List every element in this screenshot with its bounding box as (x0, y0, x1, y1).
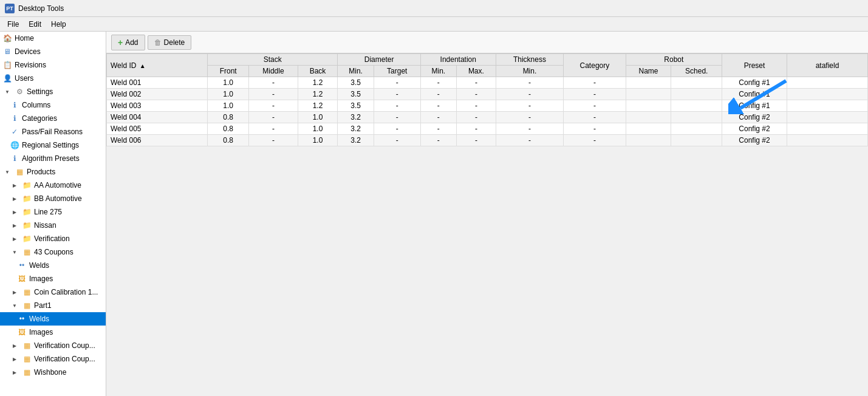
th-robot-name[interactable]: Name (626, 66, 671, 77)
sidebar-item-products[interactable]: ▼ ▦ Products (0, 165, 106, 179)
th-preset[interactable]: Preset (722, 54, 787, 77)
menu-help[interactable]: Help (46, 19, 71, 30)
th-stack-middle[interactable]: Middle (249, 66, 298, 77)
table-cell: - (374, 100, 420, 112)
th-robot-sched[interactable]: Sched. (671, 66, 722, 77)
expand-icon-settings: ▼ (2, 87, 12, 97)
sidebar-item-users[interactable]: 👤 Users (0, 72, 106, 85)
table-cell: - (420, 100, 456, 112)
sidebar-item-settings[interactable]: ▼ ⚙ Settings (0, 85, 106, 98)
sidebar-label-passfail: Pass/Fail Reasons (22, 128, 83, 136)
table-cell: - (249, 135, 298, 146)
globe-icon: 🌐 (10, 140, 19, 150)
expand-icon-aa: ▶ (10, 180, 19, 190)
welds-table: Weld ID ▲ Stack Diameter Indentation (106, 53, 868, 146)
menu-file[interactable]: File (2, 19, 24, 30)
expand-icon-43c: ▼ (10, 247, 19, 257)
folder-icon-verif: 📁 (22, 234, 32, 244)
table-cell: Weld 006 (107, 135, 208, 146)
table-cell (671, 123, 722, 135)
app-icon: PT (5, 4, 15, 13)
sidebar-item-images1[interactable]: 🖼 Images (0, 272, 106, 285)
grid-icon-vc2: ▦ (22, 354, 32, 364)
th-weld-id[interactable]: Weld ID ▲ (107, 54, 208, 77)
sidebar-label-settings: Settings (27, 87, 53, 96)
sidebar-item-welds1[interactable]: •• Welds (0, 259, 106, 272)
th-indent-min[interactable]: Min. (420, 66, 456, 77)
sidebar-item-verif-coup2[interactable]: ▶ ▦ Verification Coup... (0, 352, 106, 366)
expand-icon-products: ▼ (2, 167, 12, 177)
menu-edit[interactable]: Edit (24, 19, 46, 30)
sidebar-label-home: Home (15, 34, 34, 43)
table-row[interactable]: Weld 0031.0-1.23.5-----Config #1 (107, 100, 868, 112)
th-diam-target[interactable]: Target (374, 66, 420, 77)
folder-icon-nissan: 📁 (22, 220, 32, 230)
th-stack-back[interactable]: Back (298, 66, 338, 77)
delete-icon: 🗑 (154, 38, 162, 47)
table-cell: 1.2 (298, 89, 338, 100)
table-cell (787, 135, 868, 146)
revisions-icon: 📋 (2, 60, 12, 70)
table-cell: Weld 005 (107, 123, 208, 135)
sidebar-item-images2[interactable]: 🖼 Images (0, 326, 106, 339)
sidebar-item-verification[interactable]: ▶ 📁 Verification (0, 232, 106, 245)
table-cell: 1.0 (298, 123, 338, 135)
sidebar-item-regional[interactable]: 🌐 Regional Settings (0, 138, 106, 152)
sidebar-label-coin: Coin Calibration 1... (34, 288, 98, 296)
sidebar-item-verif-coup1[interactable]: ▶ ▦ Verification Coup... (0, 339, 106, 352)
sidebar-item-algorithm[interactable]: ℹ Algorithm Presets (0, 152, 106, 165)
sidebar-item-aa-auto[interactable]: ▶ 📁 AA Automotive (0, 179, 106, 192)
table-cell: - (420, 135, 456, 146)
grid-icon-wishbone: ▦ (22, 367, 32, 377)
table-row[interactable]: Weld 0040.8-1.03.2-----Config #2 (107, 112, 868, 123)
sidebar-item-columns[interactable]: ℹ Columns (0, 98, 106, 112)
sidebar-item-line275[interactable]: ▶ 📁 Line 275 (0, 205, 106, 219)
table-row[interactable]: Weld 0050.8-1.03.2-----Config #2 (107, 123, 868, 135)
th-indent-max[interactable]: Max. (456, 66, 496, 77)
sidebar-label-aa: AA Automotive (34, 181, 81, 189)
table-cell: 1.0 (208, 100, 249, 112)
th-thick-min[interactable]: Min. (496, 66, 563, 77)
sidebar-item-welds2[interactable]: •• Welds (0, 312, 106, 326)
sidebar: 🏠 Home 🖥 Devices 📋 Revisions 👤 Users ▼ ⚙… (0, 32, 106, 396)
th-robot-group: Robot (626, 54, 722, 66)
add-button[interactable]: + Add (111, 35, 145, 50)
sidebar-item-passfail[interactable]: ✓ Pass/Fail Reasons (0, 125, 106, 138)
table-cell: - (496, 77, 563, 89)
th-diam-min[interactable]: Min. (338, 66, 374, 77)
sidebar-item-wishbone[interactable]: ▶ ▦ Wishbone (0, 366, 106, 379)
sidebar-item-revisions[interactable]: 📋 Revisions (0, 58, 106, 72)
sidebar-item-part1[interactable]: ▼ ▦ Part1 (0, 299, 106, 312)
table-cell (787, 112, 868, 123)
table-cell (626, 100, 671, 112)
check-icon: ✓ (10, 127, 19, 137)
content-area: + Add 🗑 Delete Weld ID ▲ (106, 32, 868, 396)
table-cell: 3.5 (338, 100, 374, 112)
sidebar-item-coin-cal[interactable]: ▶ ▦ Coin Calibration 1... (0, 285, 106, 299)
sidebar-item-devices[interactable]: 🖥 Devices (0, 45, 106, 58)
info-icon-algorithm: ℹ (10, 154, 19, 163)
table-cell: Weld 001 (107, 77, 208, 89)
table-cell: - (249, 77, 298, 89)
table-cell: 1.0 (298, 112, 338, 123)
th-category[interactable]: Category (564, 54, 626, 77)
table-cell: - (374, 77, 420, 89)
delete-button[interactable]: 🗑 Delete (148, 35, 192, 50)
sidebar-item-categories[interactable]: ℹ Categories (0, 112, 106, 125)
dots-icon-welds1: •• (17, 261, 27, 270)
toolbar: + Add 🗑 Delete (106, 32, 868, 53)
th-stack-front[interactable]: Front (208, 66, 249, 77)
sidebar-label-devices: Devices (15, 47, 41, 56)
th-datafield[interactable]: atafield (787, 54, 868, 77)
table-cell: 0.8 (208, 135, 249, 146)
table-row[interactable]: Weld 0021.0-1.23.5-----Config #1 (107, 89, 868, 100)
table-row[interactable]: Weld 0060.8-1.03.2-----Config #2 (107, 135, 868, 146)
app-title: Desktop Tools (18, 4, 64, 13)
sidebar-item-nissan[interactable]: ▶ 📁 Nissan (0, 219, 106, 232)
table-cell: - (456, 123, 496, 135)
table-cell: - (456, 77, 496, 89)
sidebar-item-43coupons[interactable]: ▼ ▦ 43 Coupons (0, 245, 106, 259)
sidebar-item-bb-auto[interactable]: ▶ 📁 BB Automotive (0, 192, 106, 205)
sidebar-item-home[interactable]: 🏠 Home (0, 32, 106, 45)
table-row[interactable]: Weld 0011.0-1.23.5-----Config #1 (107, 77, 868, 89)
